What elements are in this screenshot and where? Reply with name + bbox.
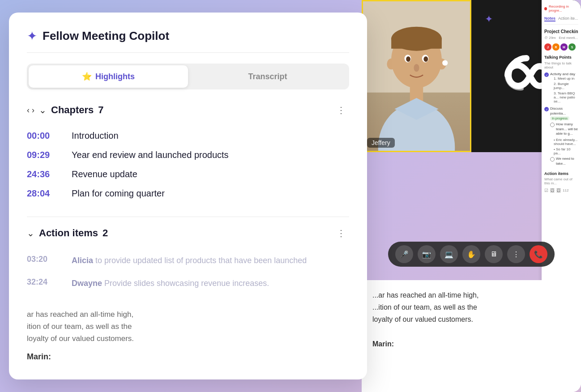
circle-text-1: How many team... will be able to g... [556, 122, 578, 136]
bottom-transcript: ar has reached an all-time high, ition o… [27, 308, 349, 345]
action-items-menu-icon[interactable]: ⋮ [333, 226, 349, 240]
in-progress-badge: In progress [550, 116, 569, 120]
highlights-tab-label: Highlights [95, 72, 135, 81]
tab-transcript[interactable]: Transcript [188, 65, 347, 88]
action-item-0: 03:20 Alicia to provide updated list of … [27, 249, 349, 272]
video-person-name: Jeffery [372, 139, 390, 146]
panel-project-sub: ⏱ 29m End meeti... [544, 36, 578, 40]
chapter-time-2[interactable]: 24:36 [27, 169, 58, 179]
chapter-time-1[interactable]: 09:29 [27, 150, 58, 160]
svg-point-13 [387, 59, 396, 70]
end-call-button[interactable]: 📞 [530, 245, 547, 263]
action-time-0[interactable]: 03:20 [27, 255, 58, 267]
copilot-icon: ✦ [27, 29, 37, 43]
sub-1: 1. Meet up in [550, 77, 578, 81]
transcript-speaker: Marin: [27, 352, 349, 362]
transcript-tab-label: Transcript [248, 72, 287, 81]
action-time-1[interactable]: 32:24 [27, 277, 58, 290]
sub-2: 2. Bungie jump... [550, 82, 578, 90]
mute-button[interactable]: 🎤 [395, 245, 413, 263]
bullet-1: • Eric already... should have... [550, 138, 578, 146]
video-person-label: Jeffery [367, 138, 395, 148]
video-top-row: Jeffery ✦ ✦ [362, 0, 581, 152]
action-desc-0: to provide updated list of products that… [95, 256, 307, 265]
transcript-text: ...ar has reached an all-time high, ...i… [372, 289, 570, 350]
action-person-1: Dwayne [72, 279, 102, 288]
action-items-title: Action items [39, 227, 98, 239]
chapters-title: Chapters [51, 104, 94, 116]
action-item-1: 32:24 Dwayne Provide slides showcasing r… [27, 272, 349, 295]
circle-item-2: We need to take... [550, 157, 578, 166]
circle-icon-1 [550, 123, 555, 127]
chapter-time-0[interactable]: 00:00 [27, 131, 58, 141]
chapter-item: 09:29 Year end review and launched produ… [27, 145, 349, 165]
video-person-jeffery: Jeffery [362, 0, 471, 152]
chapters-chevron-icon[interactable]: ‹ › [27, 106, 34, 115]
copilot-panel: ✦ Fellow Meeting Copilot ⭐ Highlights Tr… [9, 13, 367, 379]
avatar-m: M [560, 43, 568, 51]
circle-item-1: How many team... will be able to g... [550, 122, 578, 136]
call-controls-bar: 🎤 📷 💻 ✋ 🖥 ⋮ 📞 [388, 242, 555, 267]
main-container: ✦ Fellow Meeting Copilot ⭐ Highlights Tr… [0, 0, 581, 392]
svg-rect-7 [391, 38, 442, 49]
transcript-line1: ar has reached an all-time high, [27, 310, 133, 319]
tabs-container: ⭐ Highlights Transcript [27, 64, 349, 89]
footer-count: 112 [563, 188, 568, 192]
chapters-collapse-icon[interactable]: ⌄ [39, 105, 47, 115]
svg-point-12 [414, 64, 419, 72]
action-items-title-group: ⌄ Action items 2 [27, 227, 108, 239]
transcript-bottom-1: ...ar has reached an all-time high, [372, 291, 478, 299]
panel-check-item-1-label: Activity and day 1. Meet up in 2. Bungie… [550, 72, 578, 105]
transcript-bottom-2: ...ition of our team, as well as the [372, 303, 477, 311]
video-area: Jeffery ✦ ✦ [362, 0, 581, 392]
panel-check-item-2-label: Discuss potentia... In progress How many… [550, 107, 578, 168]
footer-icon-2: 🖼 [550, 188, 555, 193]
sub-3: 3. Team BBQ a... new patio se... [550, 91, 578, 103]
tab-highlights[interactable]: ⭐ Highlights [29, 65, 188, 88]
avatar-j: J [544, 43, 551, 51]
screen-share-button[interactable]: 💻 [440, 245, 458, 263]
panel-tab-notes[interactable]: Notes [544, 16, 555, 21]
chapter-time-3[interactable]: 28:04 [27, 188, 58, 199]
panel-action-items-title: Action items [544, 171, 578, 176]
chapter-text-0: Introduction [72, 131, 119, 141]
chapters-count: 7 [98, 104, 103, 116]
chapters-menu-icon[interactable]: ⋮ [333, 103, 349, 117]
panel-project-title: Project Checkin [544, 29, 578, 34]
panel-talking-points-title: Talking Points [544, 55, 578, 60]
check-icon-1: ✓ [544, 72, 549, 77]
panel-action-items-sub: What came out of this m... [544, 177, 578, 185]
hand-raise-button[interactable]: ✋ [462, 245, 480, 263]
camera-button[interactable]: 📷 [418, 245, 436, 263]
action-text-1: Dwayne Provide slides showcasing revenue… [72, 277, 269, 290]
panel-footer-icons: ☑ 🖼 🖼 112 [544, 188, 578, 193]
action-items-count: 2 [103, 227, 108, 239]
divider [27, 217, 349, 217]
star-icon: ⭐ [82, 72, 92, 81]
copilot-title: Fellow Meeting Copilot [43, 29, 169, 43]
recording-indicator: Recording in progre... [544, 4, 578, 13]
footer-icon-1: ☑ [544, 188, 548, 193]
chapters-section-header: ‹ › ⌄ Chapters 7 ⋮ [27, 103, 349, 117]
chapter-item: 24:36 Revenue update [27, 165, 349, 184]
circle-icon-2 [550, 157, 555, 162]
transcript-area: ...ar has reached an all-time high, ...i… [362, 280, 581, 392]
right-panel-inner: Recording in progre... Notes Action ite.… [542, 0, 581, 197]
chapter-list: 00:00 Introduction 09:29 Year end review… [27, 126, 349, 203]
svg-point-11 [423, 56, 428, 62]
chapter-text-2: Revenue update [72, 169, 137, 179]
more-options-button[interactable]: ⋮ [507, 245, 525, 263]
action-items-collapse-icon[interactable]: ⌄ [27, 228, 34, 239]
svg-point-10 [406, 56, 410, 62]
panel-tab-action[interactable]: Action ite... [558, 16, 578, 21]
chapters-title-group: ‹ › ⌄ Chapters 7 [27, 104, 104, 116]
panel-avatars: J R M S [544, 43, 578, 51]
panel-talking-points-sub: The things to talk about [544, 61, 578, 69]
transcript-line3: loyalty of our valued customers. [27, 334, 134, 343]
present-button[interactable]: 🖥 [485, 245, 503, 263]
talking-point-1: Activity and day [550, 72, 578, 77]
chapter-text-1: Year end review and launched products [72, 150, 229, 160]
circle-text-2: We need to take... [556, 157, 578, 166]
check-icon-2: ✓ [544, 107, 549, 111]
panel-tabs: Notes Action ite... [544, 16, 578, 25]
